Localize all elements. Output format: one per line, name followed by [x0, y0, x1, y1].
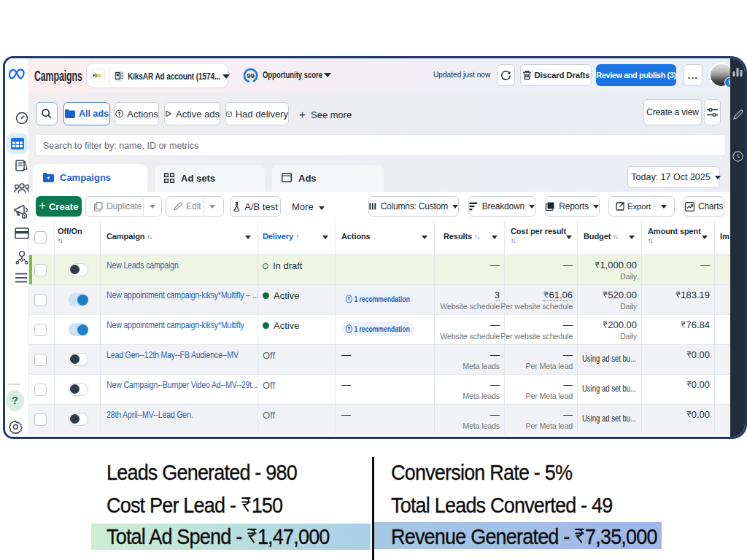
svg-text:99: 99 [247, 71, 255, 79]
